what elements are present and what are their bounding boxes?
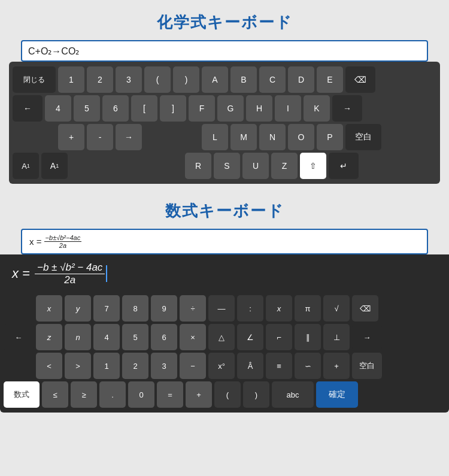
math-key-0[interactable]: 0 bbox=[128, 381, 154, 408]
math-key-abc[interactable]: abc bbox=[272, 381, 314, 408]
math-key-perp[interactable]: ⊥ bbox=[323, 324, 350, 350]
math-key-z[interactable]: z bbox=[36, 324, 62, 350]
math-key-ok[interactable]: 確定 bbox=[316, 381, 358, 408]
math-key-1[interactable]: 1 bbox=[93, 353, 120, 379]
math-key-angle[interactable]: ∠ bbox=[237, 324, 263, 350]
math-key-bksp[interactable]: ⌫ bbox=[352, 295, 378, 322]
math-input-display[interactable]: x = −b±√b²−4ac 2a bbox=[21, 229, 428, 254]
chem-row-3: + - → L M N O P 空白 bbox=[13, 124, 436, 150]
key-B[interactable]: B bbox=[230, 66, 257, 93]
math-key-9[interactable]: 9 bbox=[151, 295, 177, 322]
math-key-7[interactable]: 7 bbox=[93, 295, 120, 322]
key-P[interactable]: P bbox=[317, 124, 343, 150]
math-key-minus[interactable]: − bbox=[180, 353, 206, 379]
math-key-space[interactable]: 空白 bbox=[352, 353, 382, 379]
math-key-plus3[interactable]: + bbox=[186, 381, 212, 408]
key-subscript[interactable]: A1 bbox=[41, 153, 68, 179]
math-display-frac: −b ± √b² − 4ac 2a bbox=[35, 262, 105, 286]
key-Z[interactable]: Z bbox=[271, 153, 298, 179]
math-key-dash[interactable]: — bbox=[208, 295, 235, 322]
key-S[interactable]: S bbox=[214, 153, 240, 179]
math-key-times[interactable]: × bbox=[180, 324, 206, 350]
math-key-right[interactable]: → bbox=[352, 324, 382, 350]
math-key-lt[interactable]: < bbox=[36, 353, 62, 379]
math-key-degree[interactable]: x° bbox=[208, 353, 235, 379]
math-key-lteq[interactable]: ≤ bbox=[42, 381, 68, 408]
key-3[interactable]: 3 bbox=[116, 66, 142, 93]
math-key-eq[interactable]: = bbox=[157, 381, 183, 408]
key-O[interactable]: O bbox=[288, 124, 314, 150]
math-key-div[interactable]: ÷ bbox=[180, 295, 206, 322]
key-plus[interactable]: + bbox=[58, 124, 84, 150]
math-key-gt[interactable]: > bbox=[65, 353, 91, 379]
math-key-left[interactable]: ← bbox=[4, 324, 34, 350]
key-C[interactable]: C bbox=[259, 66, 286, 93]
key-N[interactable]: N bbox=[259, 124, 286, 150]
math-key-sqrt[interactable]: √ bbox=[323, 295, 350, 322]
math-key-5[interactable]: 5 bbox=[122, 324, 148, 350]
math-key-rparen[interactable]: ) bbox=[243, 381, 269, 408]
key-rparen[interactable]: ) bbox=[173, 66, 199, 93]
math-key-4[interactable]: 4 bbox=[93, 324, 120, 350]
math-key-suushiki[interactable]: 数式 bbox=[4, 381, 40, 408]
key-arrow-right[interactable]: → bbox=[332, 95, 362, 122]
math-title: 数式キーボード bbox=[165, 201, 284, 222]
key-close[interactable]: 閉じる bbox=[13, 66, 56, 93]
math-key-x[interactable]: x bbox=[36, 295, 62, 322]
math-key-n[interactable]: n bbox=[65, 324, 91, 350]
math-key-triangle[interactable]: △ bbox=[208, 324, 235, 350]
key-shift[interactable]: ⇧ bbox=[300, 153, 326, 179]
math-key-x2[interactable]: x bbox=[266, 295, 292, 322]
key-lparen[interactable]: ( bbox=[144, 66, 171, 93]
key-G[interactable]: G bbox=[217, 95, 244, 122]
key-I[interactable]: I bbox=[275, 95, 301, 122]
math-key-gteq[interactable]: ≥ bbox=[71, 381, 97, 408]
math-key-parallel[interactable]: ∥ bbox=[295, 324, 321, 350]
key-rbracket[interactable]: ] bbox=[160, 95, 186, 122]
math-key-8[interactable]: 8 bbox=[122, 295, 148, 322]
chem-keyboard: 閉じる 1 2 3 ( ) A B C D E ⌫ ← 4 5 6 [ ] F … bbox=[9, 62, 440, 184]
math-row-4: 数式 ≤ ≥ . 0 = + ( ) abc 確定 bbox=[4, 381, 445, 408]
key-4[interactable]: 4 bbox=[45, 95, 71, 122]
key-arrow[interactable]: → bbox=[116, 124, 142, 150]
key-K[interactable]: K bbox=[304, 95, 330, 122]
key-R[interactable]: R bbox=[185, 153, 211, 179]
math-key-plus2[interactable]: + bbox=[323, 353, 350, 379]
math-keyboard: x y 7 8 9 ÷ — : x π √ ⌫ ← z n 4 5 6 × △ … bbox=[0, 290, 449, 413]
math-key-2[interactable]: 2 bbox=[122, 353, 148, 379]
math-key-hat[interactable]: Â bbox=[237, 353, 263, 379]
math-key-pi[interactable]: π bbox=[295, 295, 321, 322]
key-H[interactable]: H bbox=[246, 95, 272, 122]
chem-row-2: ← 4 5 6 [ ] F G H I K → bbox=[13, 95, 436, 122]
key-arrow-left[interactable]: ← bbox=[13, 95, 43, 122]
math-key-6[interactable]: 6 bbox=[151, 324, 177, 350]
key-space[interactable]: 空白 bbox=[345, 124, 381, 150]
key-1[interactable]: 1 bbox=[58, 66, 84, 93]
key-U[interactable]: U bbox=[242, 153, 269, 179]
key-superscript[interactable]: A1 bbox=[13, 153, 39, 179]
key-F[interactable]: F bbox=[189, 95, 215, 122]
key-2[interactable]: 2 bbox=[87, 66, 113, 93]
math-key-dot[interactable]: . bbox=[99, 381, 126, 408]
key-E[interactable]: E bbox=[317, 66, 343, 93]
math-key-similar[interactable]: ∽ bbox=[295, 353, 321, 379]
key-enter[interactable]: ↵ bbox=[329, 153, 359, 179]
key-6[interactable]: 6 bbox=[102, 95, 129, 122]
math-key-colon[interactable]: : bbox=[237, 295, 263, 322]
key-lbracket[interactable]: [ bbox=[131, 95, 157, 122]
key-minus[interactable]: - bbox=[87, 124, 113, 150]
math-key-corner[interactable]: ⌐ bbox=[266, 324, 292, 350]
math-key-3[interactable]: 3 bbox=[151, 353, 177, 379]
key-A[interactable]: A bbox=[202, 66, 228, 93]
chem-input[interactable] bbox=[21, 40, 428, 62]
math-key-lparen[interactable]: ( bbox=[214, 381, 241, 408]
key-backspace[interactable]: ⌫ bbox=[345, 66, 375, 93]
key-5[interactable]: 5 bbox=[74, 95, 100, 122]
math-input-formula: −b±√b²−4ac 2a bbox=[44, 234, 82, 249]
key-L[interactable]: L bbox=[202, 124, 228, 150]
math-row-2: ← z n 4 5 6 × △ ∠ ⌐ ∥ ⊥ → bbox=[4, 324, 445, 350]
key-D[interactable]: D bbox=[288, 66, 314, 93]
math-key-y[interactable]: y bbox=[65, 295, 91, 322]
math-key-equiv[interactable]: ≡ bbox=[266, 353, 292, 379]
key-M[interactable]: M bbox=[230, 124, 257, 150]
